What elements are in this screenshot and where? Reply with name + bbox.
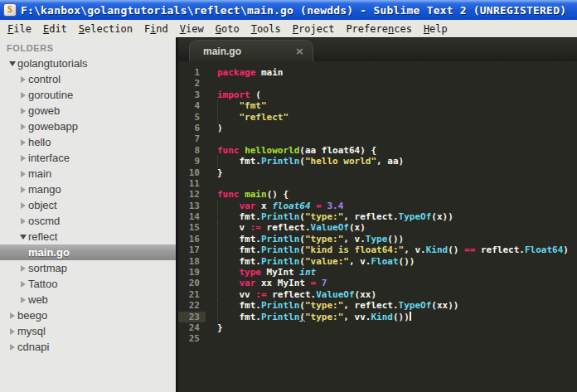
code-editor[interactable]: 1package main23import (4 "fmt"5 "reflect… (178, 61, 577, 392)
code-line-5[interactable]: 5 "reflect" (178, 112, 577, 123)
code-text: var x float64 = 3.4 (217, 201, 343, 211)
triangle-collapsed-icon[interactable] (17, 297, 28, 303)
code-line-9[interactable]: 9 fmt.Println("hello world", aa) (178, 156, 577, 167)
indent-guide (217, 256, 218, 267)
triangle-collapsed-icon[interactable] (17, 186, 28, 193)
code-text: fmt.Println("type:", v.Type()) (217, 234, 404, 244)
code-line-12[interactable]: 12func main() { (178, 189, 577, 200)
triangle-collapsed-icon[interactable] (7, 312, 17, 319)
indent-guide (217, 112, 218, 123)
code-line-21[interactable]: 21 vv := reflect.ValueOf(xx) (178, 289, 577, 300)
line-number: 22 (178, 300, 206, 311)
triangle-expanded-icon[interactable] (7, 61, 17, 66)
line-number: 12 (178, 189, 206, 200)
code-line-6[interactable]: 6) (178, 123, 577, 133)
line-number: 20 (178, 278, 206, 288)
sidebar-item-oscmd[interactable]: oscmd (0, 213, 176, 229)
menu-item-selection[interactable]: Selection (73, 22, 138, 36)
line-number: 10 (178, 167, 206, 178)
sidebar-item-main[interactable]: main (0, 166, 176, 181)
triangle-collapsed-icon[interactable] (17, 281, 28, 288)
menu-item-tools[interactable]: Tools (245, 22, 287, 36)
triangle-collapsed-icon[interactable] (7, 344, 17, 351)
line-number: 5 (178, 112, 206, 123)
code-line-15[interactable]: 15 v := reflect.ValueOf(x) (178, 222, 577, 233)
menu-item-goto[interactable]: Goto (210, 22, 245, 36)
code-line-10[interactable]: 10} (178, 167, 577, 178)
sidebar-item-mango[interactable]: mango (0, 181, 176, 197)
code-line-2[interactable]: 2 (178, 78, 577, 89)
code-line-16[interactable]: 16 fmt.Println("type:", v.Type()) (178, 234, 577, 244)
code-line-3[interactable]: 3import ( (178, 90, 577, 100)
sidebar-item-goroutine[interactable]: goroutine (0, 87, 176, 103)
triangle-collapsed-icon[interactable] (17, 123, 28, 130)
sidebar-item-main-go[interactable]: main.go (0, 244, 176, 260)
title-bar[interactable]: S F:\kanbox\golangtutorials\reflect\main… (0, 0, 577, 20)
sidebar-item-sortmap[interactable]: sortmap (0, 260, 176, 276)
menu-item-view[interactable]: View (174, 22, 210, 36)
sidebar-item-reflect[interactable]: reflect (0, 229, 176, 244)
sidebar-item-object[interactable]: object (0, 197, 176, 213)
line-number: 4 (178, 100, 206, 111)
menu-item-edit[interactable]: Edit (37, 22, 73, 36)
sidebar-item-mysql[interactable]: mysql (0, 323, 176, 339)
code-line-1[interactable]: 1package main (178, 67, 577, 78)
window-icon[interactable]: S (3, 3, 17, 17)
triangle-collapsed-icon[interactable] (17, 108, 28, 114)
sidebar-item-cdnapi[interactable]: cdnapi (0, 339, 176, 355)
sublime-window: S F:\kanbox\golangtutorials\reflect\main… (0, 0, 577, 392)
triangle-collapsed-icon[interactable] (17, 139, 28, 146)
code-line-20[interactable]: 20 var xx MyInt = 7 (178, 278, 577, 288)
triangle-collapsed-icon[interactable] (17, 202, 28, 209)
code-line-25[interactable]: 25 (178, 333, 577, 344)
triangle-collapsed-icon[interactable] (17, 171, 28, 177)
triangle-expanded-icon[interactable] (17, 235, 28, 240)
sidebar-item-hello[interactable]: hello (0, 134, 176, 150)
menu-item-preferences[interactable]: Preferences (340, 22, 418, 36)
code-line-7[interactable]: 7 (178, 133, 577, 144)
code-line-18[interactable]: 18 fmt.Println("value:", v.Float()) (178, 256, 577, 267)
menu-item-file[interactable]: File (2, 22, 37, 36)
menu-item-find[interactable]: Find (138, 22, 174, 36)
line-number: 13 (178, 201, 206, 211)
folders-header: FOLDERS (0, 37, 176, 56)
code-text: var xx MyInt = 7 (217, 278, 327, 288)
code-text: } (217, 322, 223, 333)
menu-item-project[interactable]: Project (287, 22, 341, 36)
sidebar-item-beego[interactable]: beego (0, 307, 176, 323)
triangle-collapsed-icon[interactable] (7, 328, 17, 335)
triangle-collapsed-icon[interactable] (17, 265, 28, 272)
code-line-24[interactable]: 24} (178, 322, 577, 333)
sidebar-item-control[interactable]: control (0, 71, 176, 87)
tab-main-go[interactable]: main.go × (189, 40, 313, 61)
sidebar-item-tattoo[interactable]: Tattoo (0, 276, 176, 292)
close-icon[interactable]: × (295, 45, 304, 57)
triangle-collapsed-icon[interactable] (17, 155, 28, 162)
code-line-8[interactable]: 8func helloworld(aa float64) { (178, 145, 577, 156)
code-line-22[interactable]: 22 fmt.Println("type:", reflect.TypeOf(x… (178, 300, 577, 311)
code-line-11[interactable]: 11 (178, 178, 577, 189)
sidebar-item-goweb[interactable]: goweb (0, 103, 176, 119)
triangle-collapsed-icon[interactable] (17, 218, 28, 225)
sidebar-item-label: cdnapi (17, 341, 49, 353)
sidebar-item-interface[interactable]: interface (0, 150, 176, 166)
code-line-17[interactable]: 17 fmt.Println("kind is float64:", v.Kin… (178, 244, 577, 255)
sidebar-item-web[interactable]: web (0, 292, 176, 307)
triangle-collapsed-icon[interactable] (17, 76, 28, 83)
sidebar-item-label: sortmap (28, 262, 67, 274)
triangle-collapsed-icon[interactable] (17, 92, 28, 99)
sidebar-item-golangtutorials[interactable]: golangtutorials (0, 56, 176, 71)
code-line-14[interactable]: 14 fmt.Println("type:", reflect.TypeOf(x… (178, 211, 577, 222)
indent-guide (217, 201, 218, 211)
code-line-13[interactable]: 13 var x float64 = 3.4 (178, 201, 577, 211)
line-number: 16 (178, 234, 206, 244)
line-number: 17 (178, 244, 206, 255)
sidebar-item-gowebapp[interactable]: gowebapp (0, 119, 176, 134)
code-line-23[interactable]: 23 fmt.Println("type:", vv.Kind()) (178, 312, 577, 322)
code-text: func main() { (217, 189, 288, 200)
menu-item-help[interactable]: Help (418, 22, 453, 36)
code-line-19[interactable]: 19 type MyInt int (178, 267, 577, 278)
code-line-4[interactable]: 4 "fmt" (178, 100, 577, 111)
sidebar-item-label: gowebapp (28, 120, 78, 133)
indent-guide (217, 300, 218, 311)
